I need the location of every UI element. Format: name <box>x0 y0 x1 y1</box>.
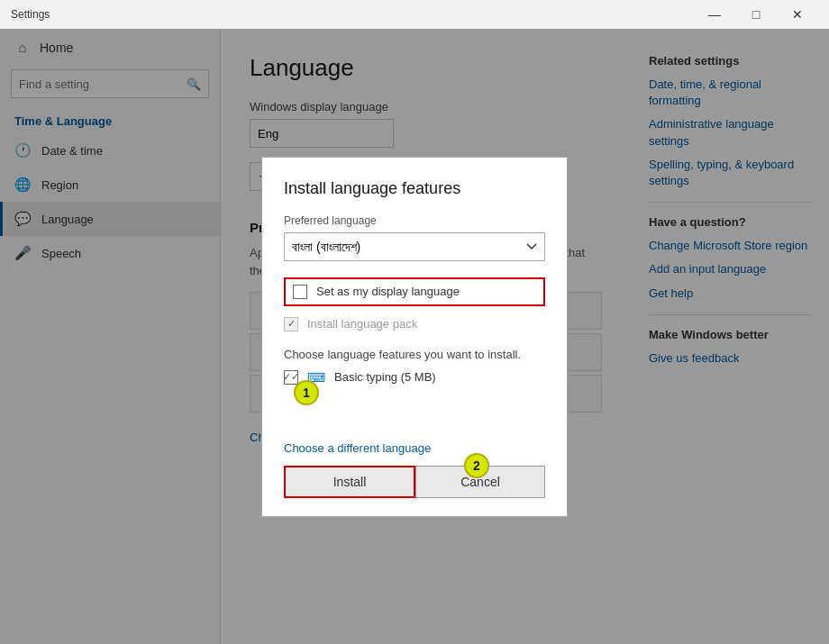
display-language-label: Set as my display language <box>316 285 460 298</box>
modal-title: Install language features <box>284 179 545 198</box>
modal-choose-language-link[interactable]: Choose a different language <box>284 441 545 455</box>
install-language-modal: Install language features Preferred lang… <box>261 157 568 517</box>
title-bar: Settings — □ ✕ <box>0 0 829 29</box>
feature-row[interactable]: ✓ 1 ⌨ Basic typing (5 MB) <box>284 370 545 385</box>
modal-button-row: Install 2 Cancel <box>284 466 545 498</box>
install-button[interactable]: Install <box>284 466 415 498</box>
step-badge-1: 1 <box>294 380 319 405</box>
modal-preferred-label: Preferred language <box>284 214 545 227</box>
language-select[interactable]: বাংলা (বাংলাদেশ) <box>284 232 545 261</box>
maximize-button[interactable]: □ <box>735 0 777 29</box>
minimize-button[interactable]: — <box>694 0 735 29</box>
language-pack-checkbox[interactable] <box>284 317 298 331</box>
title-bar-controls: — □ ✕ <box>694 0 818 29</box>
language-pack-label: Install language pack <box>307 317 417 331</box>
close-button[interactable]: ✕ <box>777 0 818 29</box>
modal-overlay: Install language features Preferred lang… <box>0 29 829 644</box>
features-label: Choose language features you want to ins… <box>284 348 545 361</box>
display-language-checkbox[interactable] <box>293 285 307 299</box>
feature-label: Basic typing (5 MB) <box>334 370 436 384</box>
title-bar-title: Settings <box>11 8 50 21</box>
step-badge-2: 2 <box>464 453 489 478</box>
feature-checkbox[interactable]: ✓ 1 <box>284 370 298 385</box>
display-language-row[interactable]: Set as my display language <box>284 277 545 306</box>
language-pack-row: Install language pack <box>284 317 545 331</box>
modal-bottom: Choose a different language Install 2 Ca… <box>284 441 545 498</box>
